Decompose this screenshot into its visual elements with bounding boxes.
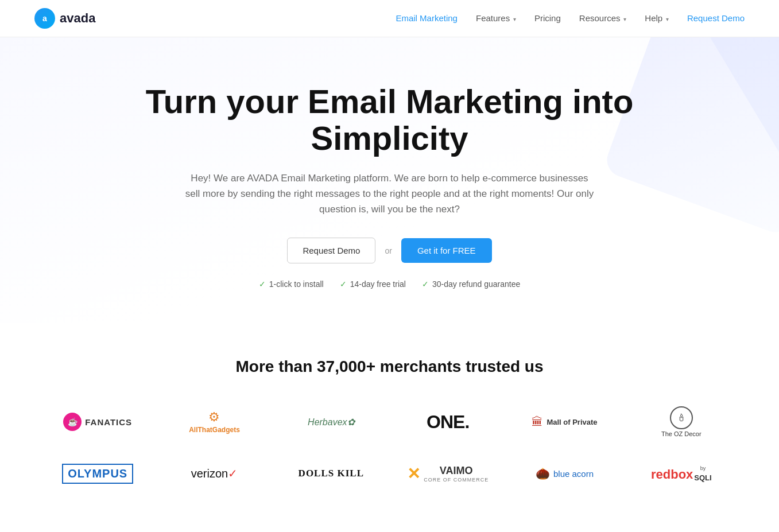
or-separator: or (385, 246, 392, 255)
brand-one: ONE. (395, 405, 500, 439)
herbavex-label: Herbavex✿ (308, 417, 354, 428)
redbox-main-label: redbox (651, 467, 693, 482)
brand-mallofprivate: 🏛 Mall of Private (512, 405, 617, 439)
brand-allthatgadgets: ⚙ AllThatGadgets (162, 405, 267, 439)
check-trial: ✓ 14-day free trial (340, 279, 406, 289)
one-label: ONE. (427, 411, 469, 433)
nav-item-pricing[interactable]: Pricing (534, 13, 561, 24)
brand-dollskill: DOLLS KILL (278, 456, 383, 491)
trusted-heading: More than 37,000+ merchants trusted us (23, 358, 756, 376)
nav-item-email-marketing[interactable]: Email Marketing (396, 13, 458, 24)
vaimo-label: VAIMO (424, 465, 489, 477)
check-refund: ✓ 30-day refund guarantee (422, 279, 520, 289)
hero-buttons: Request Demo or Get it for FREE (23, 238, 756, 263)
hero-content: Turn your Email Marketing into Simplicit… (23, 83, 756, 289)
brand-name: avada (60, 11, 95, 26)
allthat-icon: ⚙ (208, 410, 220, 425)
hero-section: Turn your Email Marketing into Simplicit… (0, 37, 779, 323)
brand-logo-grid-row1: ☕ FANATICS ⚙ AllThatGadgets Herbavex✿ ON… (45, 405, 734, 439)
nav-item-request-demo[interactable]: Request Demo (687, 13, 745, 24)
redbox-by-label: by (694, 465, 711, 471)
verizon-label: verizon✓ (191, 467, 238, 480)
checkmark-icon: ✓ (259, 279, 266, 289)
brand-vaimo: ✕ VAIMO core of commerce (395, 456, 500, 491)
hero-feature-checks: ✓ 1-click to install ✓ 14-day free trial… (23, 279, 756, 289)
chevron-down-icon: ▾ (511, 16, 516, 22)
brand-herbavex: Herbavex✿ (278, 405, 383, 439)
trusted-section: More than 37,000+ merchants trusted us ☕… (0, 323, 779, 514)
blueacorn-icon: 🌰 (536, 467, 550, 480)
vaimo-sub-label: core of commerce (424, 477, 489, 483)
brand-ozdecor: 🕯 The OZ Decor (629, 405, 734, 439)
chevron-down-icon: ▾ (622, 16, 627, 22)
checkmark-icon: ✓ (422, 279, 429, 289)
mall-icon: 🏛 (532, 415, 543, 429)
chevron-down-icon: ▾ (664, 16, 669, 22)
redbox-sqli-label: SQLI (694, 473, 711, 482)
nav-item-help[interactable]: Help ▾ (645, 13, 669, 24)
brand-blueacorn: 🌰 blue acorn (512, 456, 617, 491)
brand-olympus: OLYMPUS (45, 456, 150, 491)
checkmark-icon: ✓ (340, 279, 347, 289)
brand-logo-grid-row2: OLYMPUS verizon✓ DOLLS KILL ✕ VAIMO core… (45, 456, 734, 491)
check-install: ✓ 1-click to install (259, 279, 324, 289)
verizon-check-icon: ✓ (228, 467, 238, 480)
get-free-button[interactable]: Get it for FREE (401, 238, 492, 263)
dollskill-label: DOLLS KILL (299, 468, 364, 479)
request-demo-button[interactable]: Request Demo (287, 238, 375, 263)
vaimo-x-icon: ✕ (407, 464, 420, 483)
ozdecor-label: The OZ Decor (661, 430, 702, 437)
nav-item-features[interactable]: Features ▾ (476, 13, 516, 24)
brand-fanatics: ☕ FANATICS (45, 405, 150, 439)
brand-icon: a (34, 8, 55, 29)
fanatics-heart-icon: ☕ (63, 413, 82, 431)
brand-redbox: redbox by SQLI (629, 456, 734, 491)
brand-verizon: verizon✓ (162, 456, 267, 491)
nav-item-resources[interactable]: Resources ▾ (579, 13, 626, 24)
main-nav: a avada Email Marketing Features ▾ Prici… (0, 0, 779, 37)
nav-links: Email Marketing Features ▾ Pricing Resou… (396, 13, 745, 24)
hero-headline: Turn your Email Marketing into Simplicit… (131, 83, 648, 157)
ozdecor-circle-icon: 🕯 (670, 406, 693, 429)
mall-label: Mall of Private (547, 418, 597, 426)
brand-logo[interactable]: a avada (34, 8, 95, 29)
olympus-label: OLYMPUS (62, 464, 133, 484)
hero-subheadline: Hey! We are AVADA Email Marketing platfo… (183, 170, 596, 218)
blueacorn-label: blue acorn (553, 469, 594, 479)
allthat-label: AllThatGadgets (189, 426, 240, 434)
fanatics-label: FANATICS (85, 417, 132, 427)
